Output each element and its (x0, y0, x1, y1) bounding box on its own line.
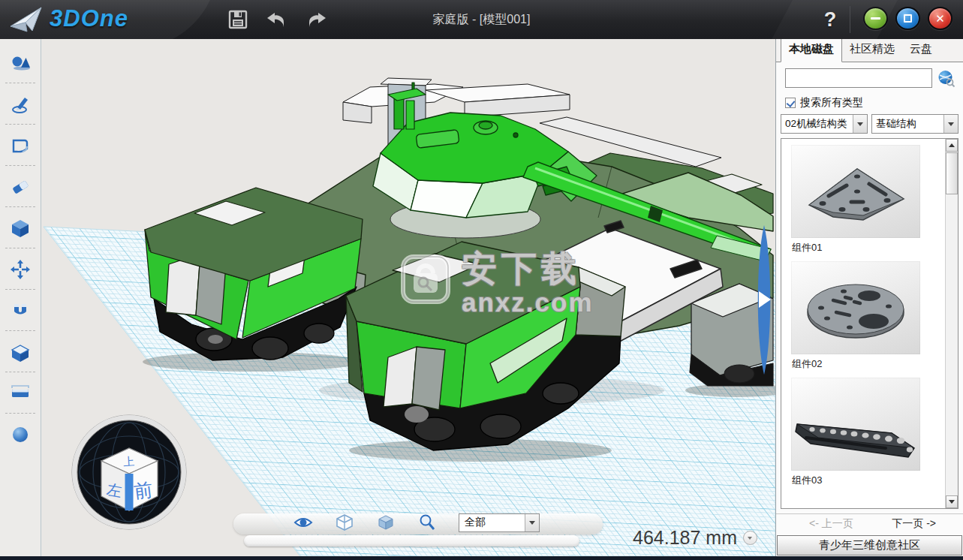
app-window: 3DOne (0, 0, 963, 560)
tool-surface[interactable] (3, 125, 38, 166)
search-row (785, 68, 955, 89)
magnet-icon (9, 300, 32, 322)
arrow-up-icon (949, 143, 955, 147)
search-input[interactable] (785, 68, 932, 88)
app-logo: 3DOne (9, 4, 128, 34)
titlebar: 3DOne (0, 0, 963, 39)
shaded-view-button[interactable] (376, 513, 396, 531)
titlebar-separator (850, 6, 850, 33)
list-item-component-01[interactable]: 组件01 (791, 145, 940, 256)
component-01-thumbnail (791, 145, 920, 238)
component-label: 组件03 (791, 471, 940, 489)
bottom-slider-bar[interactable] (244, 535, 579, 546)
tool-eraser[interactable] (3, 166, 38, 207)
primitives-icon (9, 52, 32, 74)
prev-page-button[interactable]: <- 上一页 (809, 517, 853, 531)
dropdown-arrow-icon (943, 115, 958, 133)
open-box-icon (9, 341, 32, 363)
unit-dropdown-button[interactable] (743, 531, 757, 545)
view-cube[interactable]: 上 左 前 (71, 413, 188, 531)
tab-community-featured[interactable]: 社区精选 (842, 38, 902, 62)
move-arrows-icon (9, 258, 32, 281)
wireframe-view-button[interactable] (335, 513, 354, 531)
component-list: 组件01 (781, 138, 958, 509)
window-title: 家庭版 - [模型001] (0, 0, 963, 39)
maximize-icon (904, 14, 912, 23)
close-icon: ✕ (935, 13, 945, 24)
cube-label-left[interactable]: 左 (105, 481, 123, 500)
dropdown-arrow-icon (853, 115, 867, 133)
help-button[interactable]: ? (817, 6, 844, 33)
search-all-checkbox[interactable] (785, 98, 796, 108)
search-all-row: 搜索所有类型 (785, 96, 863, 110)
left-toolbar (0, 39, 41, 556)
display-filter-value: 全部 (459, 516, 525, 529)
measurement-value: 464.187 mm (633, 527, 737, 549)
sphere-icon (9, 423, 32, 446)
tool-move[interactable] (3, 248, 38, 290)
save-icon (227, 9, 248, 30)
close-button[interactable]: ✕ (928, 7, 952, 30)
community-button[interactable]: 青少年三维创意社区 (777, 535, 962, 555)
search-all-label: 搜索所有类型 (800, 96, 863, 110)
tool-sketch[interactable] (3, 83, 38, 125)
minimize-button[interactable] (863, 7, 888, 30)
scroll-down-button[interactable] (946, 495, 958, 508)
undo-icon (266, 9, 288, 30)
arrow-down-icon (949, 500, 955, 504)
brand-text: 3DOne (50, 5, 128, 32)
component-label: 组件02 (791, 354, 940, 372)
component-02-thumbnail (791, 261, 920, 354)
tool-magnet[interactable] (3, 290, 38, 331)
view-toolbar: 全部 (293, 511, 540, 534)
cube-edge-highlight (125, 474, 134, 510)
scroll-up-button[interactable] (946, 139, 958, 152)
tool-primitives[interactable] (3, 42, 38, 83)
component-label: 组件01 (791, 238, 940, 256)
tool-align[interactable] (3, 372, 38, 414)
display-filter-dropdown[interactable]: 全部 (459, 513, 540, 532)
undo-button[interactable] (264, 7, 290, 32)
dropdown-arrow-icon (525, 514, 539, 531)
next-page-button[interactable]: 下一页 -> (892, 517, 936, 531)
pagination: <- 上一页 下一页 -> (776, 513, 963, 533)
zoom-button[interactable] (417, 513, 437, 531)
subcategory-dropdown[interactable]: 基础结构 (871, 114, 958, 134)
category-dropdown[interactable]: 02机械结构类 (781, 114, 868, 134)
measure-bar-icon (9, 382, 32, 405)
shaded-cube-icon (377, 513, 395, 531)
tool-feature[interactable] (3, 207, 38, 248)
tool-render[interactable] (3, 414, 38, 455)
globe-search-icon[interactable] (937, 69, 955, 88)
save-button[interactable] (225, 7, 251, 32)
list-scrollbar[interactable] (945, 139, 958, 508)
list-item-component-02[interactable]: 组件02 (791, 261, 940, 372)
status-measurement: 464.187 mm (633, 527, 757, 549)
paper-plane-icon (9, 4, 44, 34)
redo-button[interactable] (303, 7, 329, 32)
tab-cloud-drive[interactable]: 云盘 (902, 38, 940, 62)
viewport-3d[interactable]: 安下载 anxz.com (41, 39, 775, 556)
wireframe-cube-icon (336, 513, 354, 531)
eye-icon (293, 514, 313, 531)
eraser-icon (9, 176, 32, 198)
surface-icon (9, 134, 32, 157)
window-bottom-frame (0, 556, 963, 560)
visibility-button[interactable] (293, 513, 313, 531)
component-03-thumbnail (791, 378, 920, 471)
tool-combine[interactable] (3, 331, 38, 372)
minimize-icon (871, 17, 880, 20)
category-value: 02机械结构类 (781, 117, 853, 131)
maximize-button[interactable] (895, 7, 920, 30)
redo-icon (305, 9, 327, 30)
tab-local-disk[interactable]: 本地磁盘 (781, 37, 842, 62)
panel-tabs: 本地磁盘 社区精选 云盘 (776, 39, 963, 62)
scrollbar-thumb[interactable] (946, 152, 958, 194)
category-row: 02机械结构类 基础结构 (781, 114, 958, 134)
cube-icon (9, 217, 32, 239)
cube-label-front[interactable]: 前 (133, 479, 154, 502)
subcategory-value: 基础结构 (872, 117, 943, 131)
list-item-component-03[interactable]: 组件03 (791, 378, 940, 489)
library-panel: 本地磁盘 社区精选 云盘 搜索所有类型 (775, 39, 963, 556)
cube-label-top[interactable]: 上 (123, 455, 135, 468)
